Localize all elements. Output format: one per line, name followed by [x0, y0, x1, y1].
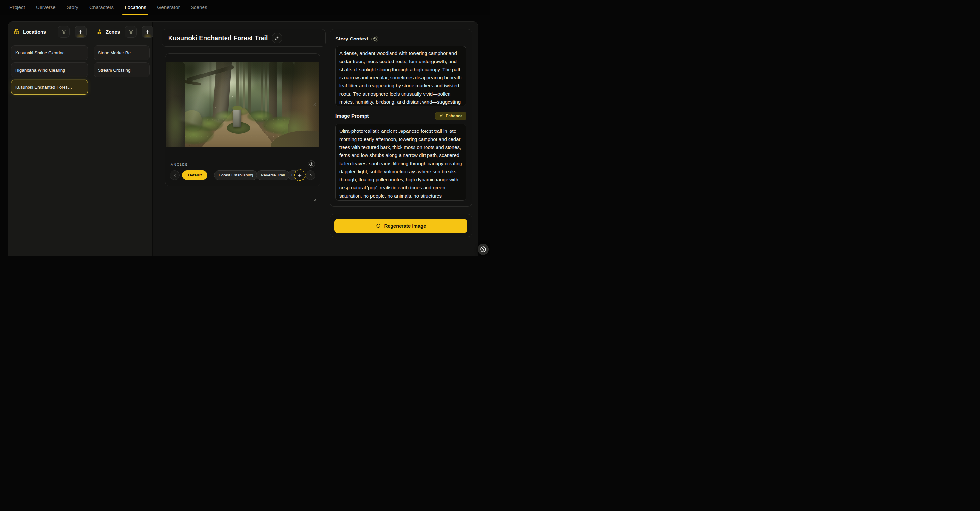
nav-characters[interactable]: Characters [89, 0, 114, 14]
top-nav: Project Universe Story Characters Locati… [0, 0, 490, 15]
enhance-button[interactable]: Enhance [435, 112, 466, 121]
pollen-mote [232, 96, 233, 97]
plus-icon [297, 173, 302, 178]
locations-panel: Locations Kusunoki Shrine Clearing Higan… [8, 22, 91, 256]
angles-chip-row: Default Forest Establishing Reverse Trai… [170, 169, 315, 181]
vignette [166, 62, 319, 148]
location-item[interactable]: Kusunoki Shrine Clearing [11, 45, 88, 60]
add-zone-button[interactable] [142, 26, 154, 38]
sparkle-icon [439, 114, 444, 119]
help-fab-button[interactable] [478, 244, 489, 255]
layers-icon [61, 29, 67, 35]
page-title: Kusunoki Enchanted Forest Trail [168, 34, 268, 42]
add-location-button[interactable] [75, 26, 86, 38]
zones-list: Stone Marker Be… Stream Crossing [91, 42, 152, 81]
add-angle-button[interactable] [294, 169, 305, 181]
angles-prev-button[interactable] [170, 170, 180, 180]
angle-chip-reverse-trail[interactable]: Reverse Trail [256, 170, 290, 180]
content-shell: Locations Kusunoki Shrine Clearing Higan… [8, 21, 478, 256]
zone-item[interactable]: Stone Marker Be… [94, 45, 150, 60]
nav-generator-label: Generator [157, 5, 180, 10]
nav-characters-label: Characters [89, 5, 114, 10]
locations-stack-button[interactable] [58, 26, 70, 38]
location-item-label: Higanbana Wind Clearing [15, 68, 65, 73]
resize-handle-icon[interactable] [313, 198, 316, 202]
zones-panel: Zones Stone Marker Be… Stream Crossing [91, 22, 153, 256]
story-context-card: Story Context A dense, ancient woodland … [329, 29, 472, 206]
regenerate-card: Regenerate Image [329, 214, 472, 237]
question-icon [480, 246, 487, 253]
pollen-mote [205, 84, 206, 86]
locations-panel-header: Locations [8, 22, 91, 42]
flag-icon [96, 29, 103, 35]
nav-story[interactable]: Story [67, 0, 78, 14]
nav-locations-label: Locations [125, 5, 146, 10]
zones-stack-button[interactable] [125, 26, 137, 38]
location-detail-area: Kusunoki Enchanted Forest Trail [153, 22, 478, 256]
pencil-icon [275, 36, 279, 40]
story-context-header: Story Context [336, 35, 466, 43]
zone-item-label: Stream Crossing [98, 68, 130, 73]
regenerate-button-label: Regenerate Image [384, 223, 426, 229]
plus-icon [145, 29, 150, 35]
story-context-textarea[interactable]: A dense, ancient woodland with towering … [336, 46, 466, 106]
location-image [166, 62, 319, 148]
location-title-card: Kusunoki Enchanted Forest Trail [162, 29, 326, 47]
nav-scenes[interactable]: Scenes [191, 0, 207, 14]
image-prompt-header: Image Prompt Enhance [336, 111, 466, 121]
question-icon [373, 37, 377, 41]
castle-icon [13, 29, 20, 35]
angle-chip-forest-establishing[interactable]: Forest Establishing [214, 170, 258, 180]
resize-handle-icon[interactable] [313, 103, 316, 106]
nav-scenes-label: Scenes [191, 5, 207, 10]
question-icon [309, 162, 314, 167]
enhance-button-label: Enhance [445, 114, 463, 118]
zone-item-label: Stone Marker Be… [98, 51, 135, 56]
nav-story-label: Story [67, 5, 78, 10]
image-prompt-title: Image Prompt [336, 113, 369, 119]
angles-label: ANGLES [171, 163, 188, 167]
angles-next-button[interactable] [305, 170, 315, 180]
pollen-mote [215, 107, 215, 108]
angles-help-button[interactable] [307, 160, 315, 168]
zones-panel-title: Zones [106, 29, 120, 35]
locations-panel-title: Locations [23, 29, 53, 35]
nav-universe-label: Universe [36, 5, 56, 10]
zones-panel-header: Zones [91, 22, 152, 42]
chevron-right-icon [309, 173, 313, 178]
location-item[interactable]: Higanbana Wind Clearing [11, 62, 88, 78]
active-tab-underline [123, 14, 148, 15]
zone-item[interactable]: Stream Crossing [94, 62, 150, 78]
locations-list: Kusunoki Shrine Clearing Higanbana Wind … [8, 42, 91, 98]
nav-generator[interactable]: Generator [157, 0, 180, 14]
layers-icon [128, 29, 134, 35]
story-context-title: Story Context [336, 36, 369, 42]
nav-project[interactable]: Project [10, 0, 25, 14]
regenerate-image-button[interactable]: Regenerate Image [334, 219, 467, 233]
location-image-card: ANGLES Default Forest Establishing [165, 54, 320, 186]
plus-icon [78, 29, 83, 35]
angle-chip-default[interactable]: Default [182, 170, 207, 180]
location-item-label: Kusunoki Enchanted Fores… [15, 85, 72, 90]
nav-locations[interactable]: Locations [125, 0, 146, 14]
image-prompt-textarea[interactable]: Ultra-photorealistic ancient Japanese fo… [336, 124, 466, 201]
location-item-label: Kusunoki Shrine Clearing [15, 51, 65, 56]
nav-project-label: Project [10, 5, 25, 10]
location-item-selected[interactable]: Kusunoki Enchanted Fores… [11, 80, 88, 95]
story-context-help-button[interactable] [371, 36, 378, 43]
refresh-icon [375, 223, 381, 229]
edit-title-button[interactable] [272, 33, 282, 43]
chevron-left-icon [173, 173, 177, 178]
nav-universe[interactable]: Universe [36, 0, 56, 14]
